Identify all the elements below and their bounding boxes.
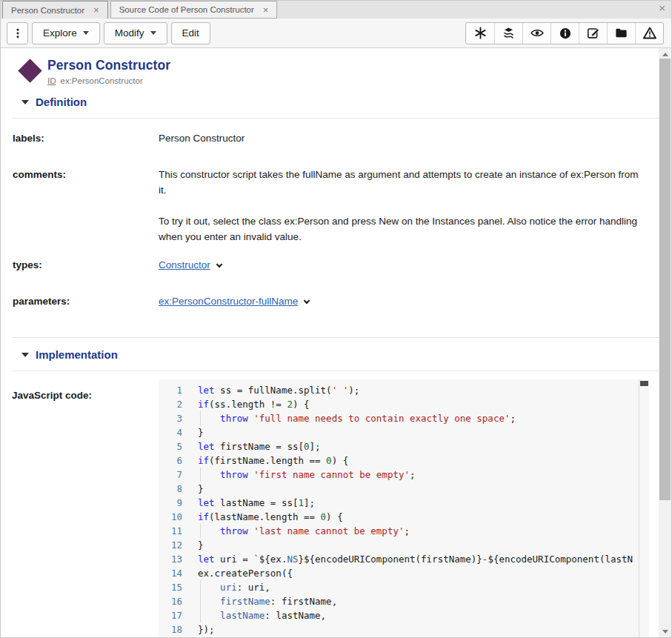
field-row-labels: labels:Person Constructor (12, 131, 659, 147)
line-text: firstName: firstName, (191, 594, 337, 608)
code-line: 9let lastName = ss[1]; (159, 496, 649, 510)
scroll-up-button[interactable] (659, 49, 671, 59)
tab-label: Source Code of Person Constructor (119, 5, 254, 14)
collapse-triangle-icon (21, 353, 29, 357)
folder-icon (614, 26, 628, 40)
field-value: ex:PersonConstructor-fullName (159, 294, 648, 310)
line-number: 15 (159, 580, 191, 594)
field-row-types: types:Constructor (12, 258, 659, 273)
window-close-icon[interactable]: × (659, 2, 665, 13)
app-window: Person Constructor×Source Code of Person… (0, 0, 672, 638)
field-value: Constructor (159, 258, 648, 273)
field-label: comments: (12, 167, 159, 245)
paragraph: This constructor script takes the fullNa… (159, 167, 648, 199)
definition-fields: labels:Person Constructorcomments:This c… (12, 118, 659, 337)
line-number: 4 (159, 425, 191, 439)
button-label: Explore (43, 27, 77, 39)
warning-icon (642, 26, 657, 40)
section-implementation: Implementation JavaScript code: 1let ss … (12, 337, 659, 637)
kebab-icon (12, 27, 24, 40)
editor-scroll-thumb[interactable] (640, 381, 648, 386)
line-number: 2 (159, 397, 191, 411)
indent-guide (200, 411, 201, 425)
layers-icon (502, 26, 516, 40)
field-text: Person Constructor (159, 133, 244, 144)
kebab-menu-button[interactable] (7, 22, 28, 44)
code-line: 3 throw 'full name needs to contain exac… (159, 411, 649, 425)
line-text: let lastName = ss[1]; (191, 496, 315, 510)
indent-guide (200, 468, 201, 482)
line-number: 12 (159, 538, 191, 552)
code-line: 16 firstName: firstName, (159, 594, 649, 608)
parameters-link[interactable]: ex:PersonConstructor-fullName (159, 296, 298, 307)
code-line: 4} (159, 425, 649, 439)
field-label: labels: (12, 131, 159, 147)
code-line: 7 throw 'first name cannot be empty'; (159, 468, 649, 482)
line-number: 8 (159, 482, 191, 496)
line-number: 6 (159, 453, 191, 468)
code-line: 14ex.createPerson({ (159, 566, 649, 580)
layers-button[interactable] (494, 23, 522, 44)
indent-guide (200, 608, 201, 622)
tab-close-icon[interactable]: × (263, 5, 269, 15)
resource-header: Person Constructor IDex:PersonConstructo… (12, 58, 659, 85)
info-button[interactable] (550, 23, 579, 44)
id-label: ID (47, 76, 56, 85)
line-text: } (191, 425, 204, 439)
indent-guide (200, 580, 201, 594)
line-text: throw 'first name cannot be empty'; (191, 468, 416, 482)
arrow-up-icon (662, 53, 668, 56)
id-value: ex:PersonConstructor (61, 76, 143, 85)
explore-button[interactable]: Explore (32, 22, 100, 44)
line-text: throw 'last name cannot be empty'; (191, 524, 410, 538)
tab-close-icon[interactable]: × (93, 5, 99, 15)
folder-button[interactable] (607, 23, 635, 44)
chevron-down-icon[interactable] (304, 297, 310, 303)
code-line: 11 throw 'last name cannot be empty'; (159, 524, 649, 538)
tab-person-constructor[interactable]: Person Constructor× (2, 1, 108, 19)
line-text: let firstName = ss[0]; (191, 439, 321, 453)
resource-id: IDex:PersonConstructor (47, 76, 170, 85)
indent-guide (200, 594, 201, 608)
edit-button[interactable] (579, 23, 607, 44)
tab-label: Person Constructor (11, 6, 84, 15)
content: Person Constructor IDex:PersonConstructo… (1, 48, 659, 637)
line-text: ex.createPerson({ (191, 566, 293, 580)
line-number: 13 (159, 552, 191, 566)
page-scrollbar[interactable] (659, 48, 671, 637)
section-header-definition[interactable]: Definition (12, 85, 659, 108)
asterisk-icon (473, 26, 488, 40)
arrow-down-icon (662, 630, 668, 634)
line-number: 11 (159, 524, 191, 538)
edit-button[interactable]: Edit (171, 22, 210, 44)
warning-button[interactable] (635, 23, 663, 44)
line-text: if(lastName.length == 0) { (191, 510, 343, 524)
scroll-down-button[interactable] (659, 626, 671, 637)
javascript-code-editor[interactable]: 1let ss = fullName.split(' ');2if(ss.len… (159, 379, 649, 637)
editor-scrollbar[interactable] (639, 379, 649, 637)
code-line: 5let firstName = ss[0]; (159, 439, 649, 453)
field-row-comments: comments:This constructor script takes t… (12, 167, 659, 245)
code-line: 10if(lastName.length == 0) { (159, 510, 649, 524)
section-header-implementation[interactable]: Implementation (12, 338, 659, 361)
types-link[interactable]: Constructor (159, 259, 210, 270)
indent-guide (200, 524, 201, 538)
eye-button[interactable] (522, 23, 550, 44)
line-number: 18 (159, 622, 191, 637)
toolbar: ExploreModifyEdit (1, 19, 671, 48)
asterisk-button[interactable] (466, 23, 494, 44)
page-scroll-thumb[interactable] (659, 59, 671, 500)
diamond-icon (12, 58, 47, 85)
tab-bar: Person Constructor×Source Code of Person… (1, 1, 671, 19)
line-text: throw 'full name needs to contain exactl… (191, 411, 516, 425)
field-value: Person Constructor (159, 131, 648, 147)
tab-source-code-of-person-constructor[interactable]: Source Code of Person Constructor× (110, 1, 278, 19)
line-number: 14 (159, 566, 191, 580)
line-number: 17 (159, 608, 191, 622)
line-text: }); (191, 622, 215, 637)
toolbar-icon-group (465, 22, 664, 44)
field-value: This constructor script takes the fullNa… (159, 167, 648, 245)
code-lines: 1let ss = fullName.split(' ');2if(ss.len… (159, 379, 649, 637)
modify-button[interactable]: Modify (104, 22, 167, 44)
chevron-down-icon[interactable] (216, 261, 222, 267)
